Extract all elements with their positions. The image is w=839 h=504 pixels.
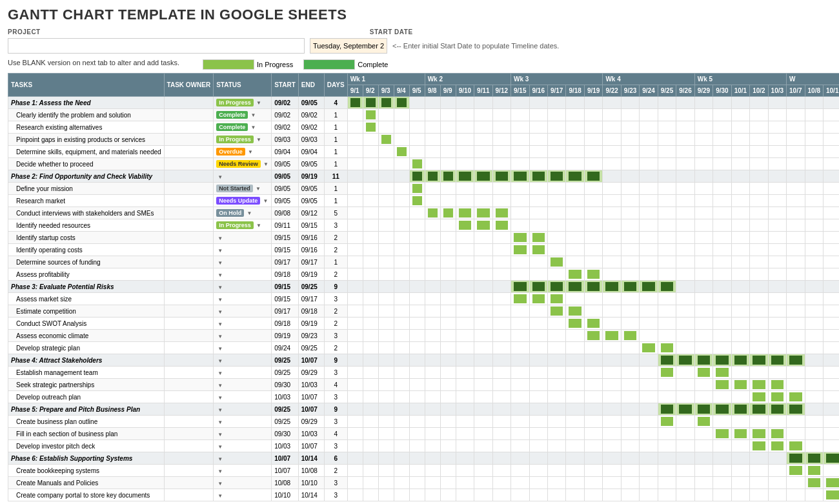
bar-cell	[425, 367, 440, 379]
bar-cell	[456, 403, 474, 416]
bar-cell	[658, 354, 676, 367]
status-dropdown-arrow[interactable]: ▼	[217, 321, 223, 327]
status-dropdown-arrow[interactable]: ▼	[217, 456, 223, 462]
status-dropdown-arrow[interactable]: ▼	[217, 444, 223, 450]
bar-cell	[768, 109, 786, 121]
table-row: Identify operating costs▼09/1509/162	[8, 244, 840, 256]
status-dropdown-arrow[interactable]: ▼	[217, 469, 223, 474]
bar-cell	[409, 403, 425, 416]
bar-cell	[347, 452, 363, 465]
bar-cell	[347, 342, 363, 354]
bar-cell	[474, 183, 492, 195]
status-dropdown-arrow[interactable]: ▼	[217, 419, 223, 425]
bar-cell	[676, 268, 694, 281]
date-9-17: 9/17	[547, 85, 565, 97]
col-header-start: START	[272, 74, 299, 97]
status-dropdown-arrow[interactable]: ▼	[217, 272, 223, 278]
gantt-bar-phase	[716, 405, 728, 414]
bar-cell	[409, 367, 425, 379]
col-header-owner: TASK OWNER	[164, 74, 214, 97]
status-dropdown-arrow[interactable]: ▼	[217, 297, 223, 303]
bar-cell	[511, 219, 529, 232]
status-dropdown-arrow[interactable]: ▼	[217, 383, 223, 388]
status-dropdown-arrow[interactable]: ▼	[217, 285, 223, 290]
bar-cell	[658, 170, 676, 183]
bar-cell	[440, 109, 456, 121]
bar-cell	[378, 477, 394, 489]
bar-cell	[621, 330, 639, 342]
days-cell: 11	[324, 170, 347, 183]
bar-cell	[824, 403, 840, 416]
gantt-bar	[661, 343, 673, 352]
status-dropdown-arrow[interactable]: ▼	[217, 248, 223, 254]
gantt-bar	[496, 221, 508, 230]
status-dropdown-arrow[interactable]: ▼	[217, 260, 223, 266]
bar-cell	[787, 403, 805, 416]
status-dropdown-arrow[interactable]: ▼	[262, 161, 268, 167]
status-cell: ▼	[214, 293, 272, 305]
bar-cell	[676, 416, 694, 428]
status-dropdown-arrow[interactable]: ▼	[217, 309, 223, 315]
phase-row: Phase 4: Attract Stakeholders▼09/2510/07…	[8, 354, 840, 367]
complete-legend	[303, 59, 355, 70]
bar-cell	[584, 281, 602, 293]
bar-cell	[440, 256, 456, 268]
status-dropdown-arrow[interactable]: ▼	[247, 149, 253, 155]
status-dropdown-arrow[interactable]: ▼	[217, 334, 223, 339]
status-dropdown-arrow[interactable]: ▼	[217, 358, 223, 364]
status-dropdown-arrow[interactable]: ▼	[217, 493, 223, 499]
status-dropdown-arrow[interactable]: ▼	[249, 125, 256, 130]
bar-cell	[425, 134, 440, 146]
gantt-bar	[551, 294, 563, 303]
gantt-bar-phase	[587, 172, 600, 181]
status-dropdown-arrow[interactable]: ▼	[217, 370, 223, 376]
bar-cell	[713, 134, 731, 146]
status-dropdown-arrow[interactable]: ▼	[245, 210, 252, 216]
bar-cell	[363, 489, 378, 501]
date-9-30: 9/30	[713, 85, 731, 97]
status-dropdown-arrow[interactable]: ▼	[254, 186, 261, 192]
status-dropdown-arrow[interactable]: ▼	[255, 223, 261, 228]
gantt-bar-phase	[459, 172, 471, 181]
bar-cell	[456, 109, 474, 121]
bar-cell	[713, 281, 731, 293]
bar-cell	[363, 256, 378, 268]
status-dropdown-arrow[interactable]: ▼	[217, 481, 223, 487]
bar-cell	[768, 134, 786, 146]
bar-cell	[824, 121, 840, 134]
date-9-11: 9/11	[474, 85, 492, 97]
status-dropdown-arrow[interactable]: ▼	[255, 137, 261, 143]
bar-cell	[676, 170, 694, 183]
status-dropdown-arrow[interactable]: ▼	[261, 198, 268, 204]
status-dropdown-arrow[interactable]: ▼	[217, 395, 223, 401]
bar-cell	[440, 452, 456, 465]
bar-cell	[511, 330, 529, 342]
bar-cell	[511, 342, 529, 354]
bar-cell	[676, 97, 694, 109]
bar-cell	[566, 354, 584, 367]
bar-cell	[347, 109, 363, 121]
bar-cell	[603, 293, 621, 305]
bar-cell	[584, 416, 602, 428]
bar-cell	[768, 305, 786, 318]
task-cell: Clearly identify the problem and solutio…	[8, 109, 165, 121]
status-dropdown-arrow[interactable]: ▼	[249, 112, 256, 118]
status-dropdown-arrow[interactable]: ▼	[255, 100, 261, 106]
status-dropdown-arrow[interactable]: ▼	[217, 407, 223, 413]
status-dropdown-arrow[interactable]: ▼	[217, 236, 223, 241]
start-cell: 09/19	[272, 330, 299, 342]
status-dropdown-arrow[interactable]: ▼	[217, 174, 223, 180]
status-dropdown-arrow[interactable]: ▼	[217, 432, 223, 438]
project-input[interactable]	[8, 38, 305, 54]
start-date-input[interactable]	[310, 38, 387, 54]
bar-cell	[409, 477, 425, 489]
bar-cell	[750, 330, 768, 342]
status-dropdown-arrow[interactable]: ▼	[217, 346, 223, 352]
bar-cell	[363, 109, 378, 121]
bar-cell	[621, 477, 639, 489]
bar-cell	[547, 477, 565, 489]
table-row: Determine skills, equipment, and materia…	[8, 146, 840, 158]
bar-cell	[456, 318, 474, 330]
gantt-bar-phase	[551, 282, 563, 291]
bar-cell	[694, 293, 713, 305]
